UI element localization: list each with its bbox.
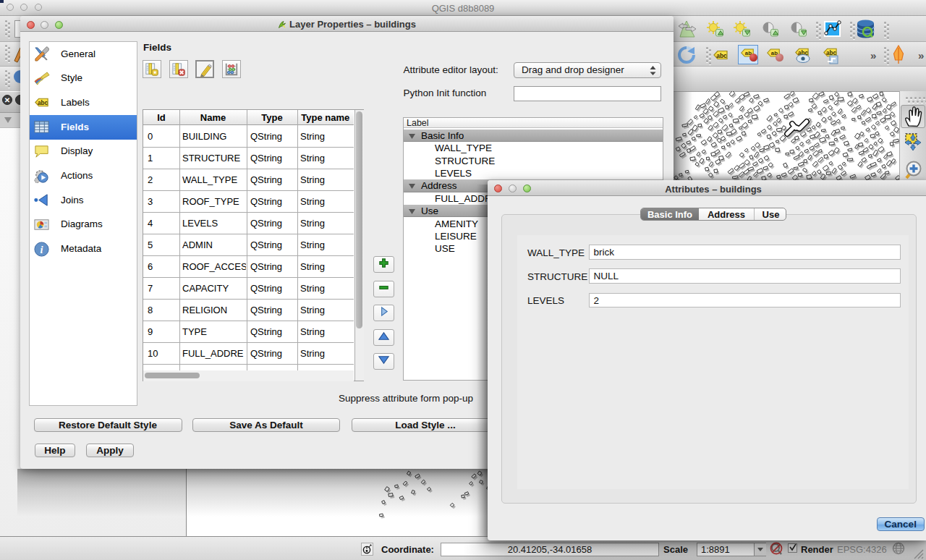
svg-text:i: i (41, 244, 43, 255)
svg-text:abc: abc (716, 52, 727, 59)
svg-text:abc: abc (38, 100, 48, 106)
